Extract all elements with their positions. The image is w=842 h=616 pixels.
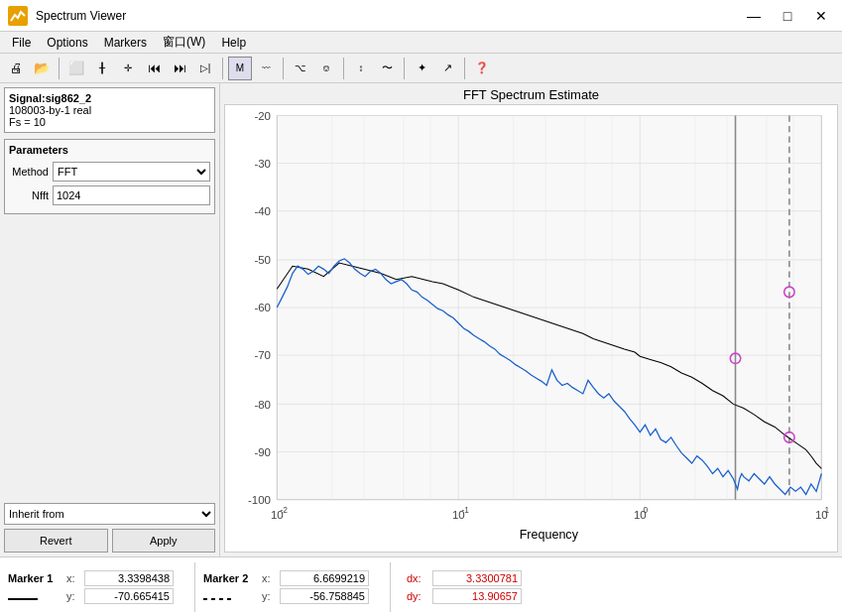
dy-value[interactable]	[432, 588, 522, 604]
svg-text:Frequency: Frequency	[520, 528, 579, 542]
nfft-label: Nfft	[9, 189, 49, 201]
tb-first[interactable]: ⏮	[142, 57, 166, 80]
marker1-line-icon	[8, 590, 62, 602]
tb-scale[interactable]: ↕	[349, 57, 373, 80]
tb-star[interactable]: ✦	[410, 57, 433, 80]
params-title: Parameters	[9, 144, 210, 156]
marker2-y-label: y:	[262, 590, 276, 602]
signal-info: Signal:sig862_2 108003-by-1 real Fs = 10	[4, 87, 215, 133]
svg-text:-90: -90	[254, 446, 271, 458]
nfft-input[interactable]	[53, 185, 210, 205]
tb-arrow[interactable]: ↗	[435, 57, 459, 80]
svg-text:0: 0	[643, 505, 648, 515]
marker2-x-label: x:	[262, 572, 276, 584]
chart-area: FFT Spectrum Estimate	[220, 83, 842, 556]
marker1-label: Marker 1	[8, 572, 62, 584]
params-spacer	[4, 220, 215, 503]
dashed-line-icon	[203, 598, 233, 600]
marker2-block: Marker 2 x: y:	[203, 570, 382, 604]
svg-text:-2: -2	[280, 505, 288, 515]
tb-tool2[interactable]: ⎊	[314, 57, 338, 80]
delta-block: dx: dy:	[407, 570, 526, 604]
marker1-x-row: Marker 1 x:	[8, 570, 186, 586]
method-select[interactable]: FFT Welch MTM	[53, 162, 210, 182]
tb-sep-5	[404, 58, 405, 79]
dy-label: dy:	[407, 590, 428, 602]
tb-zoom-box[interactable]: ⬜	[64, 57, 88, 80]
svg-text:-50: -50	[254, 254, 271, 266]
svg-text:-1: -1	[461, 505, 469, 515]
apply-button[interactable]: Apply	[112, 529, 216, 553]
main-area: Signal:sig862_2 108003-by-1 real Fs = 10…	[0, 83, 842, 556]
toolbar: 🖨 📂 ⬜ ╂ ✛ ⏮ ⏭ ▷| M 〰 ⌥ ⎊ ↕ 〜 ✦ ↗ ❓	[0, 54, 842, 83]
tb-help[interactable]: ❓	[470, 57, 494, 80]
marker1-y-label: y:	[66, 590, 80, 602]
svg-text:-70: -70	[254, 349, 271, 361]
close-button[interactable]: ✕	[808, 6, 834, 26]
tb-sep-6	[464, 58, 465, 79]
statusbar: Marker 1 x: y: Marker 2 x: y:	[0, 556, 842, 616]
tb-sep-1	[59, 58, 60, 79]
marker2-line-icon	[203, 590, 258, 602]
marker2-y-row: y:	[203, 588, 382, 604]
action-buttons: Revert Apply	[4, 529, 215, 553]
signal-fs: Fs = 10	[9, 116, 210, 128]
marker1-x-label: x:	[66, 572, 80, 584]
tb-pan[interactable]: ✛	[116, 57, 140, 80]
menu-options[interactable]: Options	[39, 34, 95, 52]
method-label: Method	[9, 166, 49, 178]
inherit-select[interactable]: Inherit from	[4, 503, 215, 525]
tb-zoom-x[interactable]: ╂	[90, 57, 114, 80]
dy-row: dy:	[407, 588, 526, 604]
dx-value[interactable]	[432, 570, 522, 586]
maximize-button[interactable]: □	[775, 6, 800, 26]
tb-open[interactable]: 📂	[30, 57, 54, 80]
svg-text:1: 1	[824, 505, 829, 515]
chart-container[interactable]: -20 -30 -40 -50 -60 -70 -80 -90 -100 10 …	[224, 104, 838, 553]
method-row: Method FFT Welch MTM	[9, 162, 210, 182]
svg-text:-80: -80	[254, 399, 271, 411]
dx-row: dx:	[407, 570, 526, 586]
menu-markers[interactable]: Markers	[96, 34, 155, 52]
svg-text:-40: -40	[254, 205, 271, 217]
marker2-label: Marker 2	[203, 572, 258, 584]
tb-lines[interactable]: 〰	[254, 57, 278, 80]
tb-last[interactable]: ⏭	[168, 57, 191, 80]
marker1-x-value[interactable]	[84, 570, 174, 586]
signal-title: Signal:sig862_2	[9, 92, 210, 104]
titlebar: Spectrum Viewer — □ ✕	[0, 0, 842, 32]
tb-spectrum[interactable]: M	[228, 57, 252, 80]
tb-sep-3	[283, 58, 284, 79]
signal-dims: 108003-by-1 real	[9, 104, 210, 116]
menubar: File Options Markers 窗口(W) Help	[0, 32, 842, 54]
tb-tool1[interactable]: ⌥	[289, 57, 312, 80]
tb-sep-2	[222, 58, 223, 79]
marker2-y-value[interactable]	[280, 588, 369, 604]
svg-text:-60: -60	[254, 302, 271, 313]
svg-text:-100: -100	[248, 494, 271, 506]
tb-wave[interactable]: 〜	[375, 57, 399, 80]
chart-title: FFT Spectrum Estimate	[224, 87, 838, 102]
inherit-row: Inherit from	[4, 503, 215, 525]
left-panel: Signal:sig862_2 108003-by-1 real Fs = 10…	[0, 83, 220, 556]
window-title: Spectrum Viewer	[36, 9, 733, 23]
revert-button[interactable]: Revert	[4, 529, 108, 553]
menu-help[interactable]: Help	[213, 34, 254, 52]
marker2-x-row: Marker 2 x:	[203, 570, 382, 586]
dx-label: dx:	[407, 572, 428, 584]
nfft-row: Nfft	[9, 185, 210, 205]
menu-window[interactable]: 窗口(W)	[155, 32, 213, 53]
sep-v-2	[390, 562, 391, 612]
svg-text:-20: -20	[254, 110, 271, 122]
tb-print[interactable]: 🖨	[4, 57, 28, 80]
menu-file[interactable]: File	[4, 34, 39, 52]
marker1-block: Marker 1 x: y:	[8, 570, 186, 604]
marker2-x-value[interactable]	[280, 570, 369, 586]
sep-v-1	[194, 562, 195, 612]
tb-sep-4	[343, 58, 344, 79]
params-group: Parameters Method FFT Welch MTM Nfft	[4, 139, 215, 214]
minimize-button[interactable]: —	[741, 6, 767, 26]
tb-play[interactable]: ▷|	[193, 57, 217, 80]
marker1-y-row: y:	[8, 588, 186, 604]
marker1-y-value[interactable]	[84, 588, 174, 604]
